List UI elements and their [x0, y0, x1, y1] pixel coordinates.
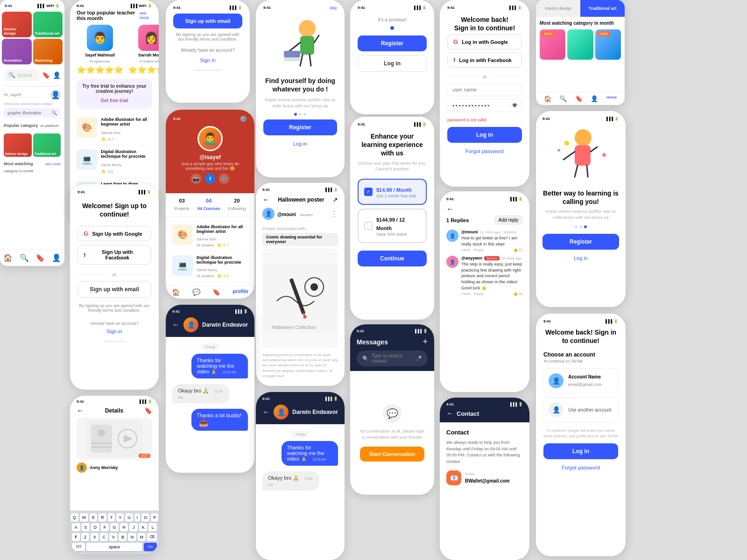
back-contact[interactable]: ← [446, 409, 454, 418]
bookmark-nav-icon[interactable]: 🔖 [35, 253, 45, 262]
signup-google-btn[interactable]: G Sign Up with Google [78, 226, 151, 241]
profile-nav-right[interactable]: 👤 [591, 95, 598, 102]
plan2-checkbox[interactable] [364, 222, 373, 230]
key-x[interactable]: X [91, 533, 99, 541]
profile-nav-icon[interactable]: 👤 [52, 253, 61, 262]
search-contact-placeholder[interactable]: Type to search contact [372, 353, 413, 364]
liked-btn2[interactable]: Liked [461, 292, 470, 296]
p-chat-nav[interactable]: 💬 [192, 288, 200, 296]
bookmark-icon[interactable]: 🔖 [42, 71, 50, 79]
tiktok-login-btn[interactable]: Log in [543, 443, 618, 459]
key-a[interactable]: A [72, 523, 80, 532]
account2-option[interactable]: 👤 Use another account [543, 397, 618, 422]
search-nav-icon[interactable]: 🔍 [20, 253, 29, 262]
add-reply-btn[interactable]: Add reply [494, 215, 523, 225]
key-n[interactable]: N [128, 533, 136, 541]
home-nav-right[interactable]: 🏠 [544, 95, 551, 102]
register-btn-learn[interactable]: Register [543, 234, 619, 250]
login-google-btn[interactable]: G Log in with Google [447, 34, 522, 49]
key-123[interactable]: 123 [72, 543, 85, 551]
login-btn-main[interactable]: Log in [358, 55, 427, 72]
grid-thumb-3[interactable]: NEW [595, 29, 621, 60]
signup-facebook-btn[interactable]: f Sign Up with Facebook [78, 245, 151, 265]
key-z[interactable]: Z [81, 533, 89, 541]
plan2-card[interactable]: $144.99 / 12 Month Save 20% extra! [358, 209, 427, 243]
login-facebook-btn[interactable]: f Log in with Facebook [447, 52, 522, 68]
key-i[interactable]: I [134, 513, 141, 522]
password-field[interactable] [447, 99, 522, 112]
register-btn-onboard[interactable]: Register [263, 119, 337, 135]
account1-option[interactable]: 👤 Account Name email@gmail.com [543, 368, 618, 393]
search-nav-right[interactable]: 🔍 [559, 95, 567, 102]
search-field-icon[interactable]: 🔍 [51, 110, 57, 115]
key-v[interactable]: V [109, 533, 117, 541]
start-conversation-btn[interactable]: Start Conversation [360, 447, 424, 462]
course2-title[interactable]: Digital illustration technique for procr… [101, 149, 152, 159]
course1-title[interactable]: Adobe Illustrator for all beginner artis… [101, 117, 152, 126]
more-options-icon[interactable]: ⋮ [331, 210, 338, 218]
key-h[interactable]: H [120, 523, 128, 532]
search-placeholder[interactable]: Search [17, 73, 32, 78]
login-btn-social[interactable]: Log in [447, 127, 522, 143]
signup-email-btn-2[interactable]: Sign up with email [78, 281, 151, 298]
key-c[interactable]: C [100, 533, 108, 541]
comic-drawing-label[interactable]: Comic drawing essential for everyone! [262, 233, 338, 246]
key-w[interactable]: W [80, 513, 89, 522]
p-bookmark-nav[interactable]: 🔖 [212, 288, 220, 296]
skip-btn[interactable]: skip [330, 6, 337, 10]
key-o[interactable]: O [141, 513, 149, 522]
login-link-learn[interactable]: Log in [574, 255, 588, 261]
signin-link[interactable]: Sign in [200, 57, 216, 63]
key-b[interactable]: B [119, 533, 127, 541]
share-icon[interactable]: ↗ [332, 196, 338, 203]
login-link-onboard[interactable]: Log in [293, 141, 307, 147]
key-shift[interactable]: ⬆ [72, 533, 80, 541]
register-btn-main[interactable]: Register [358, 35, 427, 51]
get-free-trial-btn[interactable]: Get free trial [101, 98, 128, 103]
signup-email-btn[interactable]: Sign up with email [173, 14, 242, 28]
back-arrow-project[interactable]: ← [262, 196, 270, 204]
contact-email[interactable]: BWallet@gmail.com [465, 478, 510, 483]
key-m[interactable]: M [138, 533, 146, 541]
continue-btn[interactable]: Continue [358, 251, 427, 266]
tiktok-forgot-btn[interactable]: Forgot password [562, 465, 600, 470]
grid-thumb-1[interactable]: NEW [540, 29, 565, 60]
key-k[interactable]: K [139, 523, 148, 532]
key-s[interactable]: S [82, 523, 90, 532]
settings-icon-profile[interactable]: ⚙️ [240, 115, 247, 122]
key-q[interactable]: Q [70, 513, 78, 522]
back-chat[interactable]: ← [172, 321, 180, 329]
key-l[interactable]: L [148, 523, 157, 532]
key-r[interactable]: R [99, 513, 106, 522]
mic-icon[interactable]: 🎤 [416, 356, 422, 362]
plan1-card[interactable]: ✓ $14.99 / Month Get 1 month free trial [358, 179, 427, 205]
key-u[interactable]: U [125, 513, 133, 522]
username-field[interactable] [447, 83, 522, 96]
show-password-icon[interactable]: 👁️ [511, 102, 518, 109]
grid-thumb-2[interactable] [567, 29, 593, 60]
pcourse2[interactable]: Digital illustration technique for procr… [197, 255, 248, 265]
traditional-tab[interactable]: Traditional art [580, 0, 625, 17]
instagram-icon[interactable]: 📷 [191, 174, 201, 184]
key-t[interactable]: T [108, 513, 115, 522]
back-chat2[interactable]: ← [262, 408, 270, 416]
search-field[interactable]: graphic illustration [7, 111, 42, 115]
key-p[interactable]: P [151, 513, 158, 522]
profile-icon-home[interactable]: 👤 [53, 71, 61, 79]
key-e[interactable]: E [90, 513, 97, 522]
key-d[interactable]: D [91, 523, 99, 532]
key-go[interactable]: Go [144, 543, 157, 551]
forgot-password-link[interactable]: Forgot password [465, 148, 504, 154]
key-backspace[interactable]: ⌫ [147, 533, 157, 541]
key-space[interactable]: space [86, 543, 142, 551]
key-y[interactable]: Y [116, 513, 124, 522]
key-j[interactable]: J [129, 523, 138, 532]
facebook-profile-icon[interactable]: f [205, 174, 215, 184]
p-profile-nav[interactable]: profile [233, 288, 248, 296]
plan1-checkbox[interactable]: ✓ [364, 188, 373, 196]
twitter-icon[interactable]: 🐦 [219, 174, 229, 184]
see-more-teacher[interactable]: see more [140, 11, 152, 20]
reply-btn1[interactable]: Reply [474, 248, 483, 252]
back-details[interactable]: ← [77, 406, 84, 415]
add-conversation-icon[interactable]: + [423, 337, 428, 347]
